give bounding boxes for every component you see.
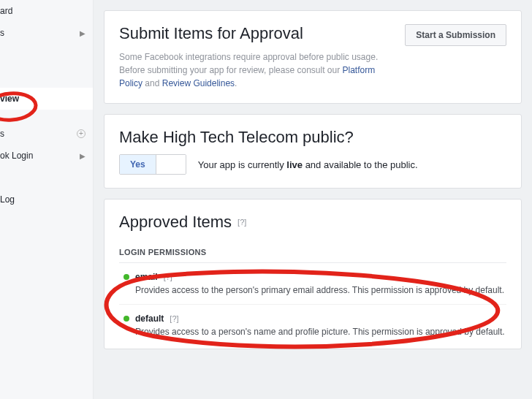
review-guidelines-link[interactable]: Review Guidelines [162, 78, 235, 88]
permission-description: Provides access to the person's primary … [135, 285, 506, 295]
status-dot-icon [123, 316, 129, 322]
sidebar-item-label: ard [0, 6, 86, 16]
approved-title: Approved Items [119, 213, 232, 232]
public-card: Make High Tech Telecom public? Yes Your … [104, 114, 522, 189]
sidebar-item-label: s [0, 129, 77, 139]
submit-description: Some Facebook integrations require appro… [119, 50, 393, 90]
permission-description: Provides access to a person's name and p… [135, 327, 506, 337]
main-content: Submit Items for Approval Some Facebook … [94, 0, 532, 399]
sidebar-item-products[interactable]: s + [0, 123, 93, 145]
sidebar: ard s ▶ view s + ok Login ▶ Log [0, 0, 94, 399]
permission-name: email [135, 272, 158, 282]
chevron-right-icon: ▶ [80, 152, 86, 160]
public-toggle[interactable]: Yes [119, 154, 186, 175]
plus-icon: + [77, 129, 86, 138]
approved-card: Approved Items [?] LOGIN PERMISSIONS ema… [104, 199, 522, 349]
chevron-right-icon: ▶ [80, 29, 86, 37]
status-dot-icon [123, 274, 129, 280]
permission-name: default [135, 314, 164, 324]
sidebar-item-dashboard[interactable]: ard [0, 0, 93, 22]
permission-default: default [?] Provides access to a person'… [119, 305, 506, 340]
sidebar-item-label: view [0, 94, 86, 104]
sidebar-item-facebook-login[interactable]: ok Login ▶ [0, 145, 93, 167]
help-icon[interactable]: [?] [164, 273, 172, 281]
toggle-yes[interactable]: Yes [120, 155, 156, 174]
public-status-text: Your app is currently live and available… [198, 159, 418, 170]
submit-title: Submit Items for Approval [119, 24, 393, 43]
sidebar-item-label: ok Login [0, 151, 80, 161]
start-submission-button[interactable]: Start a Submission [405, 24, 506, 46]
public-title: Make High Tech Telecom public? [119, 128, 506, 147]
permission-email: email [?] Provides access to the person'… [119, 263, 506, 305]
sidebar-item-roles[interactable]: s ▶ [0, 22, 93, 44]
sidebar-item-label: s [0, 28, 80, 38]
sidebar-item-label: Log [0, 194, 86, 205]
sidebar-item-app-review[interactable]: view [0, 88, 93, 110]
sidebar-item-activity-log[interactable]: Log [0, 189, 93, 210]
login-permissions-header: LOGIN PERMISSIONS [119, 240, 506, 263]
help-icon[interactable]: [?] [238, 218, 246, 227]
toggle-no[interactable] [156, 155, 186, 174]
help-icon[interactable]: [?] [170, 314, 178, 323]
submit-card: Submit Items for Approval Some Facebook … [104, 10, 522, 104]
